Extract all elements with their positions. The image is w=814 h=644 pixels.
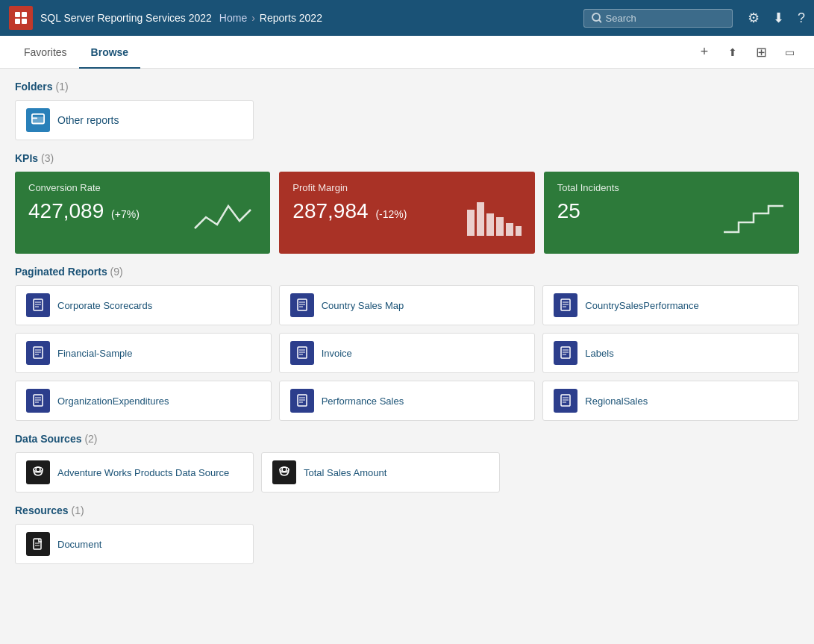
- svg-point-4: [592, 13, 600, 21]
- folders-section-header: Folders (1): [15, 81, 799, 93]
- settings-icon[interactable]: ⚙: [748, 10, 760, 26]
- svg-rect-14: [516, 226, 522, 236]
- svg-rect-8: [32, 117, 37, 119]
- report-item-country-sales-map[interactable]: Country Sales Map: [279, 285, 536, 325]
- svg-rect-13: [506, 223, 513, 236]
- report-label-corporate-scorecards: Corporate Scorecards: [57, 300, 152, 311]
- svg-rect-0: [15, 12, 20, 17]
- report-icon: [26, 293, 50, 317]
- breadcrumb-home[interactable]: Home: [219, 12, 247, 24]
- tab-browse[interactable]: Browse: [79, 36, 141, 69]
- report-item-organization-expenditures[interactable]: OrganizationExpenditures: [15, 381, 272, 421]
- kpi-chart-profit-margin: [463, 195, 523, 242]
- folders-list: Other reports: [15, 100, 799, 140]
- kpi-value-conversion-rate: 427,089: [28, 199, 104, 222]
- datasource-label-total-sales-amount: Total Sales Amount: [304, 467, 386, 478]
- tab-favorites[interactable]: Favorites: [12, 36, 79, 69]
- report-icon: [26, 389, 50, 413]
- kpi-chart-conversion-rate: [191, 198, 258, 242]
- report-icon: [290, 341, 314, 365]
- download-icon[interactable]: ⬇: [773, 10, 784, 26]
- report-label-labels: Labels: [585, 348, 613, 359]
- report-item-invoice[interactable]: Invoice: [279, 333, 536, 373]
- paginated-reports-section-header: Paginated Reports (9): [15, 266, 799, 278]
- search-input[interactable]: [606, 13, 724, 24]
- report-icon: [554, 341, 577, 365]
- svg-point-54: [282, 467, 287, 472]
- svg-rect-2: [15, 19, 20, 24]
- kpi-title-conversion-rate: Conversion Rate: [28, 182, 257, 193]
- kpi-title-profit-margin: Profit Margin: [292, 182, 521, 193]
- report-icon: [554, 293, 577, 317]
- new-button[interactable]: +: [692, 40, 717, 65]
- kpi-conversion-rate[interactable]: Conversion Rate 427,089 (+7%): [15, 172, 270, 254]
- report-item-financial-sample[interactable]: Financial-Sample: [15, 333, 272, 373]
- resources-list: Document: [15, 524, 799, 564]
- svg-rect-57: [34, 539, 41, 549]
- kpis-row: Conversion Rate 427,089 (+7%) Profit Mar…: [15, 172, 799, 254]
- svg-point-55: [280, 467, 289, 472]
- breadcrumb-current: Reports 2022: [260, 12, 322, 24]
- report-item-country-sales-performance[interactable]: CountrySalesPerformance: [542, 285, 799, 325]
- app-header: SQL Server Reporting Services 2022 Home …: [0, 0, 814, 36]
- resource-icon: [26, 532, 50, 556]
- svg-rect-12: [496, 217, 504, 236]
- paginated-reports-grid: Corporate Scorecards Country Sales Map C…: [15, 285, 799, 421]
- report-icon: [26, 341, 50, 365]
- report-label-country-sales-performance: CountrySalesPerformance: [585, 300, 698, 311]
- nav-tabs-right: + ⬆ ⊞ ▭: [692, 40, 802, 65]
- datasource-item-adventure-works[interactable]: Adventure Works Products Data Source: [15, 452, 254, 493]
- svg-rect-11: [486, 213, 494, 236]
- report-label-invoice: Invoice: [322, 348, 352, 359]
- main-content: Folders (1) Other reports KPIs (3) Conve…: [0, 69, 814, 641]
- report-icon: [290, 293, 314, 317]
- kpi-value-total-incidents: 25: [557, 199, 580, 222]
- svg-point-52: [34, 467, 43, 472]
- kpi-total-incidents[interactable]: Total Incidents 25: [544, 172, 799, 254]
- kpi-title-total-incidents: Total Incidents: [557, 182, 786, 193]
- data-sources-section-header: Data Sources (2): [15, 433, 799, 445]
- upload-button[interactable]: ⬆: [720, 40, 745, 65]
- report-item-labels[interactable]: Labels: [542, 333, 799, 373]
- details-view-button[interactable]: ▭: [777, 40, 802, 65]
- report-label-country-sales-map: Country Sales Map: [322, 300, 404, 311]
- breadcrumb-separator: ›: [251, 12, 255, 24]
- report-item-corporate-scorecards[interactable]: Corporate Scorecards: [15, 285, 272, 325]
- kpi-value-profit-margin: 287,984: [292, 199, 368, 222]
- report-label-organization-expenditures: OrganizationExpenditures: [57, 396, 169, 407]
- svg-line-5: [599, 20, 601, 23]
- datasource-label-adventure-works: Adventure Works Products Data Source: [57, 467, 229, 478]
- kpi-profit-margin[interactable]: Profit Margin 287,984 (-12%): [279, 172, 534, 254]
- kpi-change-conversion-rate: (+7%): [111, 208, 140, 220]
- help-icon[interactable]: ?: [798, 10, 805, 26]
- search-box[interactable]: [583, 9, 733, 28]
- app-title: SQL Server Reporting Services 2022: [40, 12, 212, 24]
- nav-tabs-left: Favorites Browse: [12, 36, 140, 68]
- kpis-section-header: KPIs (3): [15, 152, 799, 164]
- data-sources-list: Adventure Works Products Data Source Tot…: [15, 452, 799, 493]
- resources-section-header: Resources (1): [15, 504, 799, 516]
- breadcrumb: Home › Reports 2022: [219, 12, 322, 24]
- svg-point-51: [36, 467, 40, 472]
- svg-rect-9: [467, 210, 475, 236]
- report-item-performance-sales[interactable]: Performance Sales: [279, 381, 536, 421]
- header-actions: ⚙ ⬇ ?: [748, 10, 805, 26]
- datasource-icon: [272, 460, 296, 484]
- datasource-item-total-sales-amount[interactable]: Total Sales Amount: [261, 452, 500, 493]
- app-logo: [9, 6, 33, 30]
- svg-rect-10: [477, 202, 484, 236]
- folder-icon: [26, 108, 50, 132]
- tile-view-button[interactable]: ⊞: [748, 40, 774, 65]
- svg-rect-3: [22, 19, 27, 24]
- resource-label-document: Document: [57, 539, 101, 550]
- report-item-regional-sales[interactable]: RegionalSales: [542, 381, 799, 421]
- folder-label-other-reports: Other reports: [57, 114, 119, 126]
- report-icon: [554, 389, 577, 413]
- report-icon: [290, 389, 314, 413]
- report-label-regional-sales: RegionalSales: [585, 396, 648, 407]
- folder-item-other-reports[interactable]: Other reports: [15, 100, 254, 140]
- kpi-change-profit-margin: (-12%): [375, 208, 407, 220]
- report-label-performance-sales: Performance Sales: [322, 396, 404, 407]
- resource-item-document[interactable]: Document: [15, 524, 254, 564]
- datasource-icon: [26, 460, 50, 484]
